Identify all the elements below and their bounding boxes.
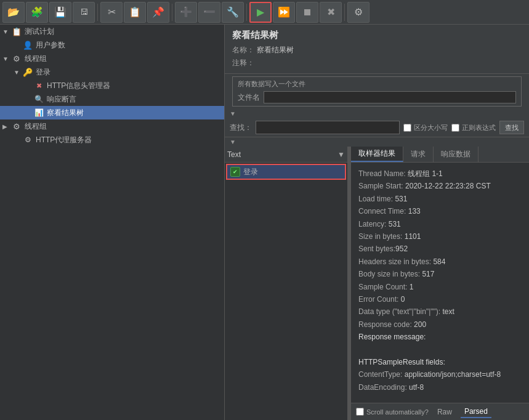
sidebar-item-threadgroup2[interactable]: ▶ ⚙ 线程组 [0, 119, 224, 133]
toggle-threadgroup2: ▶ [2, 123, 11, 130]
shield-result-icon: ✔ [230, 166, 241, 177]
collapse-icon: ➖ [203, 6, 216, 18]
detail-field: Sent bytes:952 [358, 243, 522, 255]
search-button[interactable]: 查找 [499, 121, 524, 134]
text-panel-body: ✔ 登录 [225, 163, 347, 420]
sidebar-item-httpproxy[interactable]: ⚙ HTTP代理服务器 [0, 133, 224, 147]
text-panel-dropdown-btn[interactable]: ▼ [337, 150, 345, 159]
toolbar-startno-btn[interactable]: ⏩ [273, 2, 295, 23]
tab-response-data[interactable]: 响应数据 [434, 147, 479, 162]
detail-field: Latency: 531 [358, 218, 522, 230]
collapse-arrow2: ▼ [230, 139, 236, 145]
detail-field: Sample Count: 1 [358, 281, 522, 293]
toolbar-sep3 [246, 4, 247, 21]
sidebar-item-userparams[interactable]: 👤 用户参数 [0, 38, 224, 52]
toolbar-expand-btn[interactable]: ➕ [175, 2, 197, 23]
details-tabs: 取样器结果 请求 响应数据 [351, 147, 529, 163]
toolbar-templates-btn[interactable]: 🧩 [26, 2, 48, 23]
bottom-tab-parsed[interactable]: Parsed [461, 406, 491, 418]
bottom-tabs: Scroll automatically? Raw Parsed [351, 403, 529, 420]
toolbar-saveas-btn[interactable]: 🖫 [73, 2, 95, 23]
userparams-icon: 👤 [22, 39, 33, 50]
file-section-title: 所有数据写入一个文件 [238, 79, 516, 89]
threadgroup2-label: 线程组 [25, 121, 47, 132]
toolbar-sep4 [344, 4, 345, 21]
tab-sampler-result[interactable]: 取样器结果 [351, 147, 403, 162]
detail-field: Response message: [358, 331, 522, 343]
settings-icon: ⚙ [354, 6, 363, 18]
sidebar-item-resulttree[interactable]: 📊 察看结果树 [0, 106, 224, 119]
name-label: 名称： [232, 45, 257, 55]
sidebar-item-login[interactable]: ▼ 🔑 登录 [0, 65, 224, 79]
detail-field: ContentType: application/json;charset=ut… [358, 368, 522, 381]
stop-icon: ⏹ [302, 7, 312, 18]
toggle-icon: 🔧 [227, 6, 239, 18]
file-label: 文件名 [238, 92, 260, 103]
sidebar-item-assertion[interactable]: 🔍 响应断言 [0, 92, 224, 106]
comment-label: 注释： [232, 58, 257, 68]
toolbar-stopnow-btn[interactable]: ✖ [320, 2, 342, 23]
tab-request[interactable]: 请求 [403, 147, 434, 162]
templates-icon: 🧩 [31, 6, 43, 18]
assertion-icon: 🔍 [33, 94, 44, 105]
threadgroup2-icon: ⚙ [11, 121, 22, 132]
detail-field: Body size in bytes: 517 [358, 268, 522, 280]
name-row: 名称： 察看结果树 [232, 45, 522, 55]
regex-checkbox[interactable] [451, 124, 459, 132]
sidebar-item-testplan[interactable]: ▼ 📋 测试计划 [0, 25, 224, 38]
search-case-group: 区分大小写 [403, 123, 448, 132]
detail-field: Data type ("text"|"bin"|""): text [358, 305, 522, 318]
toggle-login: ▼ [14, 69, 22, 76]
toolbar-paste-btn[interactable]: 📌 [147, 2, 169, 23]
toolbar-save-btn[interactable]: 💾 [49, 2, 71, 23]
content-panel: 察看结果树 名称： 察看结果树 注释： 所有数据写入一个文件 文件名 ▼ 查找： [225, 25, 529, 420]
case-checkbox[interactable] [403, 124, 411, 132]
result-item-login[interactable]: ✔ 登录 [226, 164, 346, 180]
sidebar-item-httpheader[interactable]: ✖ HTTP信息头管理器 [0, 79, 224, 92]
regex-label: 正则表达式 [462, 123, 496, 132]
search-input[interactable] [256, 121, 400, 134]
sidebar-item-threadgroup1[interactable]: ▼ ⚙ 线程组 [0, 52, 224, 65]
toolbar-toggle-btn[interactable]: 🔧 [222, 2, 244, 23]
text-panel: Text ▼ ✔ 登录 [225, 147, 348, 420]
detail-field: Size in bytes: 1101 [358, 230, 522, 243]
detail-field: Connect Time: 133 [358, 205, 522, 217]
details-body: Thread Name: 线程组 1-1Sample Start: 2020-1… [351, 163, 529, 403]
userparams-label: 用户参数 [36, 40, 65, 50]
file-section: 所有数据写入一个文件 文件名 [232, 76, 522, 107]
toggle-testplan: ▼ [2, 28, 11, 35]
toolbar-copy-btn[interactable]: 📋 [124, 2, 146, 23]
httpheader-icon: ✖ [33, 80, 44, 91]
startno-icon: ⏩ [278, 6, 290, 18]
detail-field: DataEncoding: utf-8 [358, 381, 522, 394]
toolbar-start-btn[interactable]: ▶ [249, 2, 272, 23]
detail-field: Load time: 531 [358, 193, 522, 205]
collapse-row2[interactable]: ▼ [225, 137, 529, 147]
comment-row: 注释： [232, 58, 522, 68]
toolbar-settings-btn[interactable]: ⚙ [347, 2, 369, 23]
detail-field: HTTPSampleResult fields: [358, 356, 522, 368]
toolbar-sep2 [172, 4, 172, 21]
login-icon: 🔑 [22, 67, 33, 78]
start-icon: ▶ [257, 6, 264, 18]
text-panel-title: Text [227, 150, 337, 159]
toolbar-collapse-btn[interactable]: ➖ [198, 2, 220, 23]
main-layout: ▼ 📋 测试计划 👤 用户参数 ▼ ⚙ 线程组 ▼ 🔑 登录 ✖ HTTP信息头… [0, 25, 529, 420]
login-label: 登录 [36, 67, 50, 78]
threadgroup1-label: 线程组 [25, 54, 47, 64]
result-item-label: 登录 [243, 167, 258, 177]
toolbar-open-btn[interactable]: 📂 [2, 2, 25, 23]
detail-field [358, 343, 522, 355]
bottom-tab-raw[interactable]: Raw [434, 406, 456, 418]
toolbar-cut-btn[interactable]: ✂ [100, 2, 123, 23]
collapse-row1[interactable]: ▼ [225, 109, 529, 118]
file-input[interactable] [264, 91, 516, 103]
toolbar-stop-btn[interactable]: ⏹ [296, 2, 318, 23]
panel-title: 察看结果树 [232, 30, 522, 41]
collapse-arrow1: ▼ [230, 110, 236, 117]
detail-field: Headers size in bytes: 584 [358, 256, 522, 268]
detail-field: Error Count: 0 [358, 293, 522, 305]
toggle-threadgroup1: ▼ [2, 55, 11, 62]
scroll-auto-checkbox[interactable] [356, 408, 364, 416]
shield-icon: ✔ [230, 167, 240, 177]
